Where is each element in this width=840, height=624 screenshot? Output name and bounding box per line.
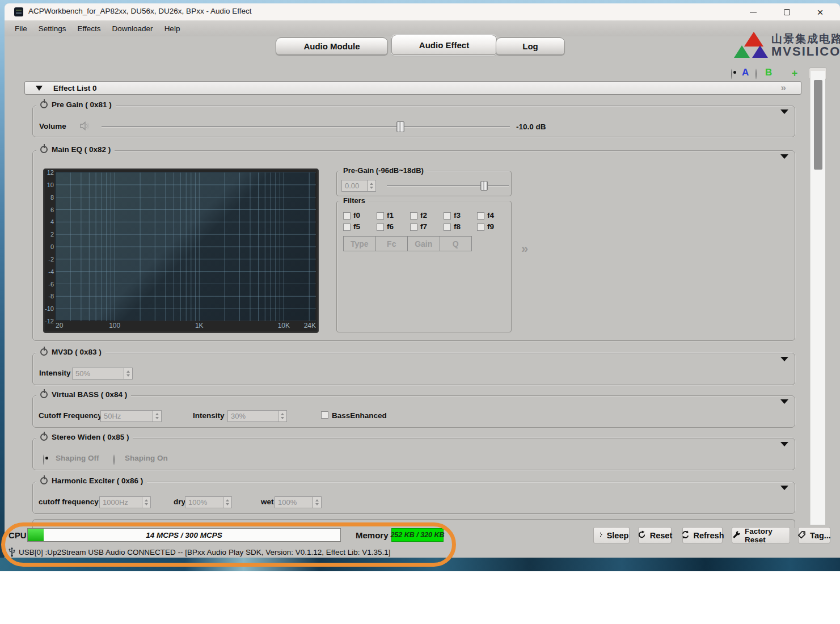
eq-pregain-slider[interactable] — [387, 180, 509, 191]
factory-reset-button[interactable]: Factory Reset — [732, 527, 790, 543]
preset-add-button[interactable]: + — [786, 68, 804, 79]
section-pre-gain: Pre Gain ( 0x81 ) Volume -10.0 dB — [32, 106, 795, 137]
vbass-intensity-spinner[interactable] — [278, 410, 287, 422]
pre-gain-power-icon[interactable] — [40, 101, 48, 108]
tab-audio-module[interactable]: Audio Module — [276, 37, 388, 55]
annotation-orange-circle — [1, 522, 456, 567]
volume-slider-thumb[interactable] — [396, 121, 404, 132]
virtual-bass-collapse-icon[interactable] — [780, 399, 788, 404]
filter-checkbox-f2[interactable] — [410, 212, 417, 220]
virtual-bass-title: Virtual BASS ( 0x84 ) — [52, 390, 127, 399]
bass-enhanced-checkbox[interactable] — [321, 411, 328, 419]
hexciter-cutoff-input[interactable]: 1000Hz — [99, 496, 142, 508]
close-button[interactable]: × — [807, 5, 833, 19]
filter-label-f9: f9 — [487, 222, 494, 231]
vbass-intensity-input[interactable]: 30% — [227, 410, 278, 422]
scrollbar-thumb[interactable] — [814, 80, 822, 170]
maximize-button[interactable] — [774, 5, 800, 19]
app-icon — [14, 7, 23, 16]
eq-pregain-slider-thumb[interactable] — [480, 181, 488, 191]
filter-type-button[interactable]: Type — [343, 236, 376, 251]
eq-plot[interactable]: 121086420-2-4-6-8-10-12 201001K10K24K — [55, 172, 315, 321]
effect-list-collapse-icon[interactable] — [36, 86, 43, 91]
filter-checkbox-f5[interactable] — [343, 224, 351, 231]
effect-list-expand-icon[interactable]: » — [781, 82, 785, 94]
harmonic-exciter-power-icon[interactable] — [40, 477, 48, 484]
menu-settings[interactable]: Settings — [33, 24, 72, 33]
hexciter-dry-input[interactable]: 100% — [185, 496, 223, 508]
preset-a-radio[interactable] — [731, 69, 732, 79]
effect-list-header[interactable]: Effect List 0 » — [24, 81, 801, 95]
preset-b-radio[interactable] — [755, 69, 757, 79]
volume-label: Volume — [39, 122, 66, 130]
hexciter-cutoff-spinner[interactable] — [142, 496, 151, 508]
filter-checkbox-f9[interactable] — [477, 224, 484, 231]
volume-slider[interactable] — [102, 121, 510, 132]
menu-help[interactable]: Help — [159, 24, 186, 33]
hexciter-wet-spinner[interactable] — [313, 496, 322, 508]
refresh-button-label: Refresh — [694, 531, 724, 540]
stereo-widen-collapse-icon[interactable] — [780, 442, 788, 446]
eq-pregain-input[interactable]: 0.00 — [341, 180, 368, 192]
harmonic-exciter-collapse-icon[interactable] — [780, 486, 788, 490]
mv3d-intensity-input[interactable]: 50% — [72, 368, 124, 380]
mv3d-power-icon[interactable] — [40, 348, 48, 356]
eq-y-tick: 0 — [50, 243, 54, 250]
filter-checkbox-f3[interactable] — [444, 212, 451, 220]
shaping-on-label: Shaping On — [125, 454, 168, 462]
filter-fc-button[interactable]: Fc — [375, 236, 408, 251]
pre-gain-collapse-icon[interactable] — [780, 109, 788, 114]
virtual-bass-power-icon[interactable] — [40, 391, 48, 398]
filter-checkbox-f8[interactable] — [444, 224, 451, 231]
tab-audio-effect[interactable]: Audio Effect — [391, 35, 497, 55]
reset-button[interactable]: Reset — [638, 527, 672, 543]
mv3d-collapse-icon[interactable] — [780, 357, 788, 361]
logo-triangle-green — [734, 45, 750, 58]
filter-checkbox-f6[interactable] — [377, 224, 384, 231]
mv3d-intensity-spinner[interactable] — [124, 368, 133, 380]
vbass-cutoff-input[interactable]: 50Hz — [100, 410, 153, 422]
vbass-cutoff-spinner[interactable] — [153, 410, 162, 422]
filter-gain-button[interactable]: Gain — [407, 236, 440, 251]
hexciter-wet-input[interactable]: 100% — [275, 496, 313, 508]
menu-file[interactable]: File — [9, 24, 33, 33]
shaping-off-label: Shaping Off — [56, 454, 99, 462]
menu-effects[interactable]: Effects — [72, 24, 107, 33]
eq-grid-svg — [56, 172, 316, 321]
sleep-button[interactable]: Sleep — [593, 527, 630, 543]
eq-y-tick: 6 — [50, 206, 54, 213]
eq-y-tick: -4 — [48, 268, 54, 275]
eq-y-tick: -2 — [48, 256, 54, 263]
filter-checkbox-f1[interactable] — [377, 212, 384, 220]
sleep-button-label: Sleep — [607, 531, 629, 540]
tab-log[interactable]: Log — [496, 37, 565, 55]
main-eq-power-icon[interactable] — [40, 146, 48, 153]
logo-brand-text: MVSILICON — [771, 47, 840, 57]
screenshot-white-margin — [0, 571, 840, 624]
tag-button[interactable]: Tag... — [798, 527, 830, 543]
eq-pregain-group: Pre-Gain (-96dB~18dB) 0.00 — [336, 171, 512, 196]
filter-checkbox-f0[interactable] — [343, 212, 351, 220]
menu-downloader[interactable]: Downloader — [107, 24, 159, 33]
filter-checkbox-f7[interactable] — [410, 224, 417, 231]
filter-checkbox-f4[interactable] — [477, 212, 484, 220]
hexciter-dry-label: dry — [174, 497, 185, 506]
speaker-icon — [80, 121, 90, 133]
filter-label-f5: f5 — [353, 222, 360, 231]
shaping-on-radio[interactable] — [113, 454, 115, 465]
eq-pregain-spinner[interactable] — [368, 180, 376, 192]
main-eq-collapse-icon[interactable] — [780, 154, 788, 159]
scrollbar[interactable] — [810, 71, 825, 525]
hexciter-dry-spinner[interactable] — [223, 496, 232, 508]
filter-q-button[interactable]: Q — [440, 236, 472, 251]
refresh-icon — [681, 530, 690, 541]
eq-pregain-title: Pre-Gain (-96dB~18dB) — [340, 166, 427, 175]
refresh-button[interactable]: Refresh — [682, 527, 723, 543]
shaping-off-radio[interactable] — [43, 454, 44, 465]
eq-expand-icon[interactable]: » — [521, 242, 526, 256]
minimize-button[interactable] — [740, 5, 766, 19]
stereo-widen-power-icon[interactable] — [40, 433, 48, 441]
main-eq-title: Main EQ ( 0x82 ) — [52, 145, 111, 154]
eq-x-tick: 20 — [56, 322, 63, 330]
title-bar[interactable]: ACPWorkbench_for_AP82xx, DU56x, DU26x, B… — [5, 3, 840, 20]
